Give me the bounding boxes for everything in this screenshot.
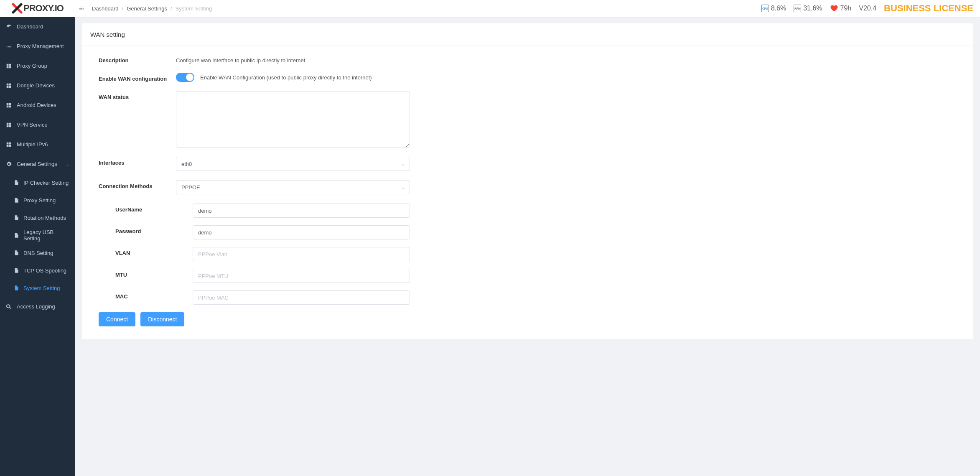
sidebar-sub-proxy-setting[interactable]: Proxy Setting <box>0 191 75 209</box>
hamburger-icon <box>79 5 84 11</box>
disconnect-button[interactable]: Disconnect <box>140 312 184 326</box>
dashboard-icon <box>6 24 12 30</box>
mtu-field-wrap <box>193 269 410 283</box>
wan-setting-card: WAN setting Description Configure wan in… <box>82 23 973 339</box>
mac-input[interactable] <box>198 291 405 304</box>
sidebar-item-label: General Settings <box>17 161 57 167</box>
file-icon <box>13 197 19 203</box>
header-right: CPU 8.6% RAM 31.6% 79h V20.4 BUSINESS LI… <box>761 3 980 14</box>
file-icon <box>13 215 19 221</box>
sidebar-sub-label: DNS Setting <box>23 250 53 256</box>
sidebar-sub-label: Legacy USB Setting <box>23 229 69 242</box>
grid-icon <box>6 142 12 148</box>
label-password: Password <box>99 225 176 234</box>
mtu-input[interactable] <box>198 269 405 283</box>
label-description: Description <box>99 54 176 64</box>
sidebar-sub-dns[interactable]: DNS Setting <box>0 244 75 262</box>
sidebar-item-multiple-ipv6[interactable]: Multiple IPv6 <box>0 135 75 154</box>
label-mtu: MTU <box>99 269 176 278</box>
connection-method-select[interactable]: PPPOE ⌄ <box>176 180 410 194</box>
chevron-up-icon: ⌃ <box>66 162 69 166</box>
file-icon <box>13 250 19 256</box>
breadcrumb-item-1[interactable]: General Settings <box>127 5 167 12</box>
breadcrumb-sep: / <box>122 5 124 12</box>
grid-icon <box>6 102 12 108</box>
grid-icon <box>6 83 12 89</box>
label-vlan: VLAN <box>99 247 176 256</box>
interfaces-value: eth0 <box>181 161 192 167</box>
cpu-icon: CPU <box>761 5 769 12</box>
gear-icon <box>6 161 12 167</box>
sidebar-item-label: Dongle Devices <box>17 82 55 89</box>
file-icon <box>13 232 19 238</box>
sidebar-item-proxy-management[interactable]: Proxy Management <box>0 36 75 56</box>
header: PROXY.IO Dashboard / General Settings / … <box>0 0 980 17</box>
sidebar-sub-label: Proxy Setting <box>23 197 56 204</box>
enable-wan-text: Enable WAN Configuration (used to public… <box>200 74 372 81</box>
sidebar-item-vpn-service[interactable]: VPN Service <box>0 115 75 135</box>
username-field-wrap <box>193 204 410 218</box>
label-username: UserName <box>99 204 176 213</box>
sidebar-item-dashboard[interactable]: Dashboard <box>0 17 75 36</box>
sidebar-sub-label: TCP OS Spoofing <box>23 267 66 274</box>
list-icon <box>6 43 12 49</box>
breadcrumb-item-0[interactable]: Dashboard <box>92 5 119 12</box>
sidebar-item-label: Multiple IPv6 <box>17 141 48 148</box>
sidebar-sub-label: IP Checker Setting <box>23 180 69 186</box>
uptime-stat: 79h <box>830 4 852 13</box>
label-connection-method: Connection Methods <box>99 180 176 189</box>
sidebar-item-label: Dashboard <box>17 23 43 30</box>
label-enable-wan: Enable WAN configuration <box>99 73 176 82</box>
cpu-stat: CPU 8.6% <box>761 5 786 12</box>
chevron-down-icon: ⌄ <box>401 161 405 167</box>
sidebar-item-label: Access Logging <box>17 303 55 310</box>
cpu-value: 8.6% <box>771 5 786 12</box>
sidebar-item-android-devices[interactable]: Android Devices <box>0 95 75 115</box>
password-input[interactable] <box>198 226 405 239</box>
password-field-wrap <box>193 225 410 239</box>
sidebar-item-general-settings[interactable]: General Settings ⌃ <box>0 154 75 174</box>
sidebar-sub-label: Rotation Methods <box>23 215 66 221</box>
sidebar-item-label: Android Devices <box>17 102 56 108</box>
logo-text: PROXY.IO <box>23 3 64 14</box>
sidebar-sub-ip-checker[interactable]: IP Checker Setting <box>0 174 75 191</box>
main: WAN setting Description Configure wan in… <box>75 17 980 346</box>
connect-button[interactable]: Connect <box>99 312 135 326</box>
heart-icon <box>830 4 838 13</box>
breadcrumb-item-2: System Setting <box>176 5 212 12</box>
sidebar-sub-label: System Setting <box>23 285 60 291</box>
sidebar-sub-tcp-os[interactable]: TCP OS Spoofing <box>0 262 75 279</box>
breadcrumb-sep: / <box>171 5 172 12</box>
grid-icon <box>6 63 12 69</box>
sidebar-item-label: Proxy Management <box>17 43 64 49</box>
vlan-input[interactable] <box>198 247 405 261</box>
sidebar-sub-legacy-usb[interactable]: Legacy USB Setting <box>0 227 75 244</box>
sidebar-item-dongle-devices[interactable]: Dongle Devices <box>0 76 75 95</box>
description-text: Configure wan interface to public ip dir… <box>176 54 410 64</box>
sidebar: Dashboard Proxy Management Proxy Group D… <box>0 17 75 346</box>
connection-method-value: PPPOE <box>181 184 200 191</box>
breadcrumb: Dashboard / General Settings / System Se… <box>92 5 212 12</box>
interfaces-select[interactable]: eth0 ⌄ <box>176 157 410 171</box>
sidebar-collapse-button[interactable] <box>75 0 88 17</box>
sidebar-item-proxy-group[interactable]: Proxy Group <box>0 56 75 76</box>
sidebar-sub-system-setting[interactable]: System Setting <box>0 279 75 297</box>
sidebar-sub-rotation[interactable]: Rotation Methods <box>0 209 75 227</box>
label-wan-status: WAN status <box>99 91 176 100</box>
file-icon <box>13 267 19 273</box>
search-icon <box>6 304 12 310</box>
mac-field-wrap <box>193 290 410 305</box>
username-input[interactable] <box>198 204 405 217</box>
file-icon <box>13 285 19 291</box>
wan-status-textarea[interactable] <box>176 91 410 148</box>
chevron-down-icon: ⌄ <box>401 184 405 190</box>
file-icon <box>13 180 19 186</box>
logo[interactable]: PROXY.IO <box>0 0 75 17</box>
logo-x-icon <box>12 3 23 14</box>
enable-wan-toggle[interactable] <box>176 73 194 82</box>
uptime-value: 79h <box>840 5 852 12</box>
ram-icon: RAM <box>794 5 801 12</box>
ram-stat: RAM 31.6% <box>794 5 822 12</box>
sidebar-item-access-logging[interactable]: Access Logging <box>0 297 75 316</box>
vlan-field-wrap <box>193 247 410 261</box>
